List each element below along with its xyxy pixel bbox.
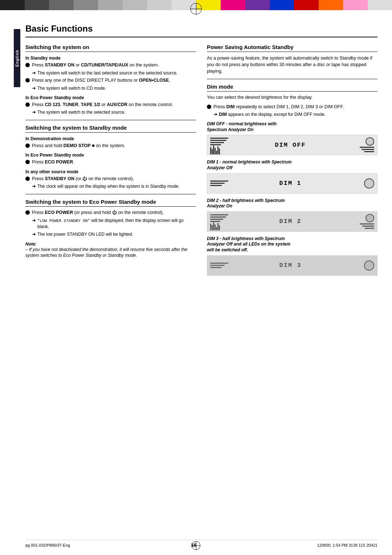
- dim-off-caption: DIM OFF - normal brightness withSpectrum…: [207, 121, 377, 133]
- top-bar-right: [196, 0, 392, 10]
- spectrum-bars-left: [210, 146, 232, 154]
- color-block-lightpink: [343, 0, 368, 10]
- bullet-eco-press: Press ECO POWER (or press and hold ⏻ on …: [25, 210, 196, 216]
- main-content: Basic Functions Switching the system on …: [25, 24, 377, 526]
- dim1-caption: DIM 1 - normal brightness with SpectrumA…: [207, 159, 377, 171]
- arrow-eco-press-2: ➜ The low power STANDBY ON LED will be l…: [32, 231, 196, 238]
- section-switching-on: Switching the system on In Standby mode …: [25, 44, 196, 116]
- page-number: 16: [191, 542, 196, 548]
- dim1-section: DIM 1 - normal brightness with SpectrumA…: [207, 159, 377, 193]
- dim-intro: You can select the desired brightness fo…: [207, 94, 377, 101]
- section-power-saving: Power Saving Automatic Standby As a powe…: [207, 44, 377, 74]
- bullet-dot-5: [25, 160, 30, 164]
- footer-left: pg 001-032/P880/37-Eng: [25, 543, 70, 547]
- color-block-pink: [221, 0, 245, 10]
- bullet-dot-3: [25, 102, 30, 107]
- bullet-dot-8: [207, 105, 211, 109]
- color-block-gray: [368, 0, 392, 10]
- left-column: Switching the system on In Standby mode …: [25, 44, 196, 280]
- dim3-caption: DIM 3 - half brightness with SpectrumAna…: [207, 236, 377, 253]
- knob-3: [366, 214, 374, 222]
- dim2-caption: DIM 2 - half brightness with SpectrumAna…: [207, 198, 377, 209]
- section-switching-on-title: Switching the system on: [25, 44, 196, 52]
- bullet-dim-1-text: Press DIM repeatedly to select DIM 1, DI…: [213, 104, 344, 110]
- arrow-standby-1-text: The system will switch to the last selec…: [37, 70, 177, 76]
- arrow-symbol-7: ➜: [213, 112, 217, 117]
- color-block-blue: [270, 0, 294, 10]
- dim-off-text: DIM OFF: [232, 142, 349, 149]
- arrow-eco-press-2-text: The low power STANDBY ON LED will be lig…: [37, 231, 133, 238]
- bullet-eco-1-text: Press CD 123, TUNER, TAPE 1/2 or AUX/CDR…: [32, 102, 173, 108]
- page-footer: pg 001-032/P880/37-Eng 16 12/8/00, 1:54 …: [25, 540, 377, 548]
- bullet-any-1-text: Press STANDBY ON (or ⏻ on the remote con…: [32, 176, 134, 182]
- color-block-purple: [245, 0, 270, 10]
- color-block-4: [74, 0, 98, 10]
- color-block-5: [98, 0, 123, 10]
- two-column-layout: Switching the system on In Standby mode …: [25, 44, 377, 280]
- demo-mode-heading: In Demonstration mode: [25, 136, 196, 141]
- arrow-any-1-text: The clock will appear on the display whe…: [37, 183, 180, 190]
- section-eco-title: Switching the system to Eco Power Standb…: [25, 199, 196, 207]
- arrow-standby-2: ➜ The system will switch to CD mode.: [32, 85, 196, 92]
- bullet-eco-mode-1: Press ECO POWER.: [25, 159, 196, 166]
- bullet-standby-2: Press any one of the DISC DIRECT PLAY bu…: [25, 77, 196, 84]
- color-block-red: [294, 0, 319, 10]
- dim1-text: DIM 1: [232, 180, 349, 187]
- knob-4: [364, 260, 374, 271]
- bullet-any-1: Press STANDBY ON (or ⏻ on the remote con…: [25, 176, 196, 182]
- dim2-section: DIM 2 - half brightness with SpectrumAna…: [207, 198, 377, 232]
- color-block-3: [49, 0, 74, 10]
- bullet-eco-press-text: Press ECO POWER (or press and hold ⏻ on …: [32, 210, 164, 216]
- arrow-symbol-4: ➜: [32, 183, 36, 189]
- dim2-display: DIM 2: [207, 211, 377, 232]
- dim3-text: DIM 3: [232, 262, 349, 269]
- bullet-dot-7: [25, 210, 30, 215]
- eco-standby-heading: In Eco Power Standby mode: [25, 95, 196, 100]
- dim3-left: [210, 258, 232, 273]
- note-text: – If you have not deactivated the demons…: [25, 247, 196, 259]
- arrow-symbol-2: ➜: [32, 85, 36, 91]
- dim3-right: [349, 258, 374, 273]
- any-source-heading: In any other source mode: [25, 169, 196, 174]
- crosshair-top: [189, 2, 203, 15]
- arrow-eco-press-1-text: "LOW POWER STANDBY ON" will be displayed…: [37, 218, 196, 230]
- color-block-7: [147, 0, 172, 10]
- dim-off-display: DIM OFF: [207, 135, 377, 155]
- color-block-1: [0, 0, 25, 10]
- arrow-symbol-5: ➜: [32, 218, 36, 223]
- language-sidebar: English: [14, 29, 20, 87]
- section-standby-title: Switching the system to Standby mode: [25, 125, 196, 133]
- right-column: Power Saving Automatic Standby As a powe…: [207, 44, 377, 280]
- knob-1: [366, 137, 374, 146]
- dim-off-section: DIM OFF - normal brightness withSpectrum…: [207, 121, 377, 155]
- spectrum-bars-dim2: [210, 222, 232, 230]
- knob-2: [364, 178, 374, 189]
- arrow-eco-1-text: The system will switch to the selected s…: [37, 109, 126, 116]
- color-block-orange: [319, 0, 343, 10]
- bullet-dot-6: [25, 177, 30, 181]
- eco-mode-heading: In Eco Power Standby mode: [25, 153, 196, 158]
- arrow-eco-1: ➜ The system will switch to the selected…: [32, 109, 196, 116]
- bullet-demo-1-text: Press and hold DEMO STOP ■ on the system…: [32, 143, 125, 149]
- bullet-standby-2-text: Press any one of the DISC DIRECT PLAY bu…: [32, 77, 170, 84]
- dim-left-bars: [210, 137, 232, 153]
- dim1-display: DIM 1: [207, 173, 377, 194]
- note-block: Note: – If you have not deactivated the …: [25, 241, 196, 259]
- power-saving-text: As a power-saving feature, the system wi…: [207, 55, 377, 74]
- arrow-symbol-6: ➜: [32, 231, 36, 237]
- language-label: English: [15, 50, 19, 67]
- arrow-standby-2-text: The system will switch to CD mode.: [37, 85, 106, 92]
- dim2-left: [210, 214, 232, 229]
- standby-mode-heading: In Standby mode: [25, 56, 196, 61]
- color-block-2: [25, 0, 49, 10]
- arrow-standby-1: ➜ The system will switch to the last sel…: [32, 70, 196, 76]
- bullet-dot-4: [25, 143, 30, 148]
- arrow-dim-1-text: DIM appears on the display, except for D…: [219, 112, 326, 118]
- dim3-section: DIM 3 - half brightness with SpectrumAna…: [207, 236, 377, 276]
- divider-2: [25, 194, 196, 194]
- bullet-dim-1: Press DIM repeatedly to select DIM 1, DI…: [207, 104, 377, 110]
- section-eco-power: Switching the system to Eco Power Standb…: [25, 199, 196, 259]
- power-saving-title: Power Saving Automatic Standby: [207, 44, 377, 52]
- crosshair-circle: [190, 3, 202, 15]
- bullet-dot-2: [25, 78, 30, 82]
